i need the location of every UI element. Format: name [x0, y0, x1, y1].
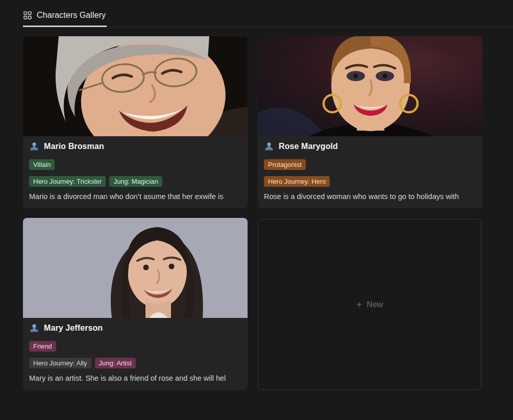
character-description: Rose is a divorced woman who wants to go… [264, 192, 476, 201]
character-card-mary[interactable]: Mary Jefferson Friend Hero Journey: Ally… [23, 218, 248, 390]
tag-pill: Hero Journey: Trickster [29, 176, 106, 187]
characters-gallery-grid: Mario Brosman Villain Hero Journey: Tric… [23, 36, 513, 390]
tag-pill: Jung: Magician [109, 176, 162, 187]
character-description: Mary is an artist. She is also a friend … [29, 374, 241, 382]
character-description: Mario is a divorced man who don’t asume … [29, 192, 241, 201]
tab-characters-gallery[interactable]: Characters Gallery [23, 10, 107, 27]
gallery-grid-icon [23, 11, 32, 20]
tag-pill: Protagonist [264, 159, 306, 170]
tag-pill: Hero Journey: Hero [264, 176, 330, 187]
card-cover-rose-portrait [258, 36, 482, 136]
character-name: Rose Marygold [279, 142, 338, 151]
tag-pill: Villain [29, 159, 55, 170]
new-card-button[interactable]: + New [258, 219, 481, 390]
person-icon [29, 323, 39, 333]
tag-pill: Friend [29, 341, 56, 352]
view-tab-bar: Characters Gallery [0, 0, 513, 27]
character-card-mario[interactable]: Mario Brosman Villain Hero Journey: Tric… [23, 36, 248, 208]
character-name: Mary Jefferson [44, 324, 103, 333]
tag-pill: Jung: Artist [95, 358, 136, 368]
person-icon [264, 141, 274, 152]
character-card-rose[interactable]: Rose Marygold Protagonist Hero Journey: … [258, 36, 482, 208]
character-name: Mario Brosman [44, 142, 104, 151]
person-icon [29, 141, 39, 152]
tab-label: Characters Gallery [37, 11, 106, 20]
card-cover-mary-portrait [23, 218, 248, 318]
card-cover-mario-portrait [23, 36, 248, 136]
plus-icon: + [356, 300, 362, 310]
tag-pill: Hero Journey: Ally [29, 358, 91, 368]
new-card-label: New [367, 300, 383, 309]
